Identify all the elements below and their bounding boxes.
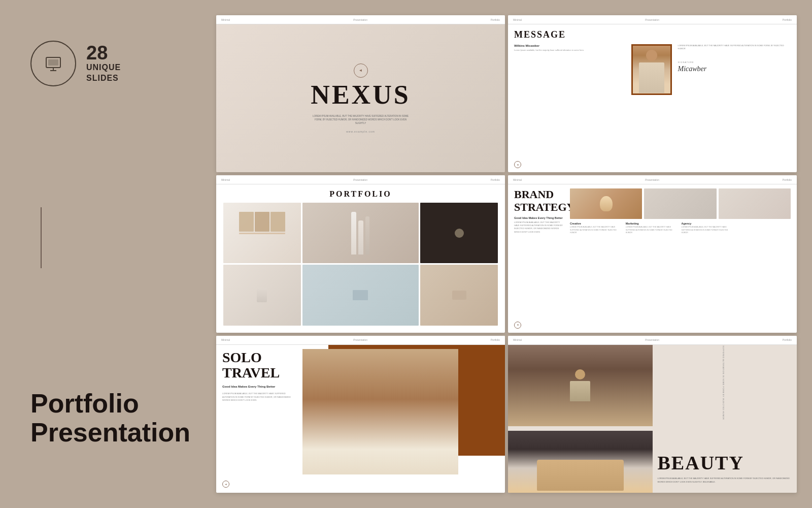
travel-photo <box>302 349 458 475</box>
brand-strategy-title: BRANDSTRATEGY <box>514 188 565 213</box>
left-panel: 28 UNIQUESLIDES PortfolioPresentation <box>0 0 213 508</box>
message-person-name: Wilkins Micawber <box>514 44 627 47</box>
slide-brand-strategy[interactable]: Minimal Presentation Portfolio BRANDSTRA… <box>508 175 797 332</box>
slide-solo-travel[interactable]: Minimal Presentation Portfolio SOLOTRAVE… <box>216 336 505 493</box>
slide-1-header: Minimal Presentation Portfolio <box>216 15 505 24</box>
portfolio-img-3 <box>420 203 498 263</box>
beauty-photo-bottom <box>508 431 653 493</box>
brand-columns: Creative LOREM IPSUM AVAILABLE, BUT THE … <box>570 222 791 234</box>
slide-5-header: Minimal Presentation Portfolio <box>216 336 505 345</box>
beauty-left <box>508 345 653 493</box>
slide-4-header: Minimal Presentation Portfolio <box>508 175 797 184</box>
nexus-url: www.example.com <box>346 130 375 133</box>
beauty-body: LOREM IPSUM AVAILABLE, BUT THE MAJORITY … <box>658 477 792 484</box>
badge-circle <box>30 41 76 86</box>
nexus-subtitle: LOREM IPSUM AVAILABLE, BUT THE MAJORITY … <box>310 114 412 125</box>
message-body-text: Lorem Ipsum available, but the majority … <box>514 49 627 52</box>
brand-right: Creative LOREM IPSUM AVAILABLE, BUT THE … <box>570 188 791 328</box>
badge-label: UNIQUESLIDES <box>86 62 121 84</box>
slide-1-header-center: Presentation <box>353 18 367 21</box>
travel-body: LOREM IPSUM AVAILABLE, BUT THE MAJORITY … <box>222 392 291 402</box>
message-title: MESSAGE <box>514 29 791 40</box>
svg-rect-1 <box>48 59 58 66</box>
brand-body: LOREM IPSUM AVAILABLE, BUT THE MAJORITY … <box>514 221 565 234</box>
travel-left: SOLOTRAVEL Good Idea Makes Every Thing B… <box>216 345 297 493</box>
message-photo-inner <box>633 46 670 93</box>
brand-left: BRANDSTRATEGY Good Idea Makes Every Thin… <box>514 188 565 328</box>
portfolio-img-6 <box>420 265 498 325</box>
portfolio-img-2 <box>302 203 419 263</box>
brand-photo-1 <box>570 188 642 219</box>
slide-2-content: MESSAGE Wilkins Micawber Lorem Ipsum ava… <box>508 24 797 172</box>
brand-col-agency-text: LOREM IPSUM AVAILABLE, BUT THE MAJORITY … <box>682 226 735 234</box>
slide-3-content: PORTFOLIO <box>216 184 505 332</box>
portfolio-img-4 <box>223 265 301 325</box>
nexus-icon: ◄ <box>354 64 368 78</box>
slide-6-header: Minimal Presentation Portfolio <box>508 336 797 345</box>
message-right-text: LOREM IPSUM AVAILABLE, BUT THE MAJORITY … <box>678 44 791 51</box>
slide-3-header: Minimal Presentation Portfolio <box>216 175 505 184</box>
badge-area: 28 UNIQUESLIDES <box>30 41 183 86</box>
brand-col-creative-title: Creative <box>570 222 624 225</box>
brand-col-marketing: Marketing LOREM IPSUM AVAILABLE, BUT THE… <box>626 222 680 234</box>
signature-label: SIGNATURE <box>678 61 791 64</box>
portfolio-img-1 <box>223 203 301 263</box>
signature-text: Micawber <box>678 65 791 73</box>
nexus-title: NEXUS <box>311 82 410 108</box>
beauty-right: BEAUTY LOREM IPSUM AVAILABLE, BUT THE MA… <box>653 345 797 493</box>
slide-1-content: ◄ NEXUS LOREM IPSUM AVAILABLE, BUT THE M… <box>216 24 505 172</box>
travel-logo <box>222 481 229 488</box>
slide-4-content: BRANDSTRATEGY Good Idea Makes Every Thin… <box>508 184 797 332</box>
beauty-photo-top <box>508 345 653 426</box>
brand-photos <box>570 188 791 219</box>
slides-grid: Minimal Presentation Portfolio ◄ NEXUS L… <box>213 0 812 508</box>
brand-col-marketing-text: LOREM IPSUM AVAILABLE, BUT THE MAJORITY … <box>626 226 680 234</box>
slide-2-header: Minimal Presentation Portfolio <box>508 15 797 24</box>
badge-text: 28 UNIQUESLIDES <box>86 43 121 84</box>
travel-person <box>302 349 458 475</box>
message-right: LOREM IPSUM AVAILABLE, BUT THE MAJORITY … <box>676 44 791 73</box>
brand-photo-3 <box>719 188 791 219</box>
slide-5-content: SOLOTRAVEL Good Idea Makes Every Thing B… <box>216 345 505 493</box>
slide-1-header-right: Portfolio <box>491 18 500 21</box>
message-body: Wilkins Micawber Lorem Ipsum available, … <box>514 44 791 95</box>
brand-col-marketing-title: Marketing <box>626 222 680 225</box>
slide-message[interactable]: Minimal Presentation Portfolio MESSAGE W… <box>508 15 797 172</box>
travel-right <box>297 345 505 493</box>
slide-4-logo <box>514 322 521 329</box>
slide-nexus[interactable]: Minimal Presentation Portfolio ◄ NEXUS L… <box>216 15 505 172</box>
bottom-text: PortfolioPresentation <box>30 389 183 447</box>
slide-beauty[interactable]: Minimal Presentation Portfolio <box>508 336 797 493</box>
beauty-title: BEAUTY <box>658 452 792 474</box>
brand-col-agency: Agency LOREM IPSUM AVAILABLE, BUT THE MA… <box>682 222 735 234</box>
slide-portfolio[interactable]: Minimal Presentation Portfolio PORTFOLIO <box>216 175 505 332</box>
divider-line <box>41 207 42 268</box>
message-left: Wilkins Micawber Lorem Ipsum available, … <box>514 44 627 52</box>
travel-subtitle: Good Idea Makes Every Thing Better <box>222 385 291 388</box>
brand-col-creative-text: LOREM IPSUM AVAILABLE, BUT THE MAJORITY … <box>570 226 624 234</box>
travel-title: SOLOTRAVEL <box>222 350 291 382</box>
beauty-side-text: LOREM IPSUM AVAILABLE, BUT THE MAJORITY … <box>723 336 725 420</box>
brand-subtitle: Good Idea Makes Every Thing Better <box>514 216 565 219</box>
slide-1-header-left: Minimal <box>221 18 230 21</box>
portfolio-grid <box>223 203 498 325</box>
brand-col-creative: Creative LOREM IPSUM AVAILABLE, BUT THE … <box>570 222 624 234</box>
portfolio-img-5 <box>302 265 419 325</box>
bottom-title: PortfolioPresentation <box>30 389 183 447</box>
presentation-icon <box>43 53 63 74</box>
slide-6-content: BEAUTY LOREM IPSUM AVAILABLE, BUT THE MA… <box>508 345 797 493</box>
brand-col-agency-title: Agency <box>682 222 735 225</box>
portfolio-title: PORTFOLIO <box>223 189 498 199</box>
brand-photo-2 <box>644 188 716 219</box>
message-photo <box>631 44 672 95</box>
badge-number: 28 <box>86 43 121 62</box>
